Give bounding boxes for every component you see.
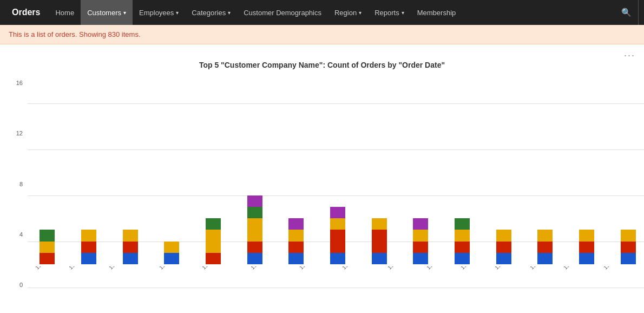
nav-item-customers[interactable]: Customers ▾ [81,0,133,25]
bar-segment-ernst [330,230,345,253]
stacked-bar [288,218,304,264]
bar-segment-quick [206,230,221,253]
bar-segment-ernst [123,242,138,253]
bar-segment-folk [40,230,55,241]
bar-segment-ernst [579,242,594,253]
chevron-down-icon: ▾ [228,10,231,16]
alert-bar: This is a list of orders. Showing 830 it… [0,25,644,44]
bar-group[interactable] [525,230,565,264]
x-label-wrap: 1997, September [596,266,644,310]
bar-group[interactable] [318,207,358,264]
bar-segment-ernst [496,242,511,253]
chevron-down-icon: ▾ [123,10,126,16]
bar-group[interactable] [484,230,523,264]
bar-segment-quick [579,230,594,241]
y-axis-label: 16 [16,80,23,86]
chevron-down-icon: ▾ [176,10,179,16]
bar-group[interactable] [194,218,233,264]
bar-segment-ernst [372,230,387,253]
x-label-wrap: 1996, December [243,266,290,310]
bar-segment-save [537,253,553,264]
chart-title: Top 5 "Customer Company Name": Count of … [9,61,635,69]
stacked-bar [372,218,387,264]
x-axis-label: 1997, June [494,266,517,271]
chart-area: 0481216 1996, July1996, August1996, Sept… [9,80,635,310]
bar-group[interactable] [401,218,441,264]
x-axis-label: 1997, February [341,266,371,271]
bar-segment-hungry [413,218,428,230]
navbar-right: 🔍 [615,0,639,25]
bar-segment-save [330,253,345,264]
bar-segment-save [247,253,262,264]
stacked-bar [496,230,511,264]
chart-container: Top 5 "Customer Company Name": Count of … [9,55,635,310]
x-axis-label: 1996, September [108,266,141,271]
x-axis-label: 1996, November [201,266,233,271]
stacked-bar [123,230,138,264]
nav-item-reports[interactable]: Reports ▾ [368,0,411,25]
bar-segment-quick [81,230,96,241]
x-axis-label: 1997, July [529,266,550,271]
y-axis: 0481216 [9,80,25,288]
stacked-bar [247,195,262,265]
bar-segment-quick [455,230,470,241]
navbar-brand[interactable]: Orders [5,8,47,17]
bar-segment-ernst [413,242,428,253]
stacked-bar [330,207,345,264]
bar-segment-quick [40,242,55,253]
bar-segment-save [123,253,138,264]
bar-group[interactable] [359,218,399,264]
x-label-wrap: 1997, June [487,266,521,310]
x-label-wrap: 1997, February [334,266,378,310]
chart-inner: 1996, July1996, August1996, September199… [28,80,644,310]
x-axis-label: 1996, July [34,266,56,271]
bar-segment-ernst [40,253,55,264]
nav-item-employees[interactable]: Employees ▾ [133,0,185,25]
x-axis-label: 1996, December [249,266,282,271]
x-label-wrap: 1997, March [380,266,417,310]
nav-item-categories[interactable]: Categories ▾ [185,0,237,25]
bar-segment-quick [413,230,428,241]
nav-item-membership[interactable]: Membership [411,0,463,25]
bar-group[interactable] [608,230,644,264]
x-axis-label: 1997, March [386,266,412,271]
bar-group[interactable] [443,218,482,264]
nav-item-customer-demographics[interactable]: Customer Demographics [237,0,328,25]
more-options-button[interactable]: ··· [624,50,635,61]
x-axis-label: 1996, October [158,266,187,271]
bar-group[interactable] [110,230,150,264]
bar-segment-ernst [247,242,262,253]
alert-text: This is a list of orders. Showing 830 it… [9,30,141,38]
bars-row [28,80,644,264]
stacked-bar [455,218,470,264]
nav-item-home[interactable]: Home [49,0,81,25]
bar-segment-quick [372,218,387,230]
bar-segment-ernst [81,242,96,253]
x-label-wrap: 1996, October [152,266,192,310]
bar-segment-save [81,253,96,264]
bar-group[interactable] [69,230,109,264]
bar-segment-quick [621,230,636,241]
y-axis-label: 0 [19,282,23,288]
x-label-wrap: 1997, May [453,266,485,310]
bar-group[interactable] [28,230,67,264]
bar-group[interactable] [235,195,274,265]
bar-segment-quick [537,230,553,241]
stacked-bar [206,218,221,264]
x-label-wrap: 1997, July [522,266,554,310]
stacked-bar [621,230,636,264]
x-label-wrap: 1996, July [28,266,59,310]
bar-group[interactable] [152,242,192,265]
bar-segment-ernst [455,242,470,253]
bar-segment-save [455,253,470,264]
bar-segment-save [579,253,594,264]
bar-segment-folk [206,218,221,230]
bar-segment-ernst [537,242,553,253]
nav-item-region[interactable]: Region ▾ [328,0,368,25]
bar-group[interactable] [277,218,316,264]
bar-group[interactable] [567,230,607,264]
search-button[interactable]: 🔍 [615,0,638,25]
stacked-bar [413,218,428,264]
y-axis-label: 4 [19,232,23,238]
bar-segment-quick [247,218,262,242]
